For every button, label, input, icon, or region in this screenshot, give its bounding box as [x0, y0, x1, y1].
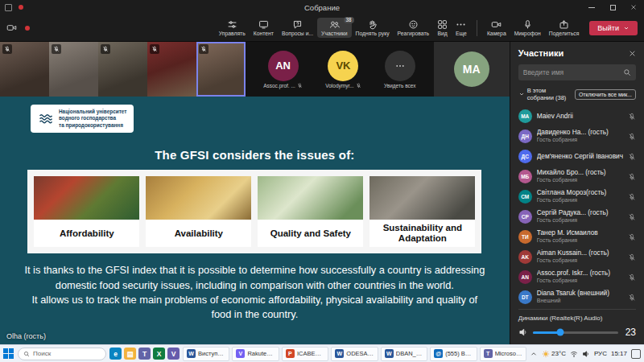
slide-title: The GFSI considers the issues of:	[0, 148, 510, 162]
participant-name: Світлана Мороз(гость)	[537, 189, 623, 197]
pinned-app-icon[interactable]: ▤	[124, 348, 136, 360]
taskbar-window-button[interactable]: WDBAN_че...	[381, 347, 427, 361]
video-tile[interactable]	[98, 42, 147, 97]
volume-value: 23	[623, 327, 636, 338]
taskbar-window-button[interactable]: @(555) Вхо...	[430, 347, 477, 361]
participant-row[interactable]: MA Maiev Andrii	[518, 106, 636, 126]
window-label: (555) Вхо...	[445, 350, 473, 357]
window-label: Microsoft ...	[495, 350, 522, 357]
toolbar-react-button[interactable]: Реагировать	[394, 18, 433, 38]
toolbar-content-button[interactable]: Контент	[250, 18, 278, 38]
maximize-button[interactable]	[602, 0, 623, 14]
vegetables-market-image	[34, 176, 139, 220]
participant-row[interactable]: ДС Дем'яненко Сергій Іванович	[518, 146, 636, 167]
app-icon: P	[286, 349, 295, 358]
participant-row[interactable]: DT Diana Tsaruk (внешний)Внешний	[518, 287, 636, 306]
mic-muted-icon	[2, 44, 12, 54]
slide-card: Affordability	[34, 176, 139, 247]
taskbar-window-button[interactable]: PICABEE 20...	[282, 347, 328, 361]
mic-muted-icon	[628, 253, 636, 261]
pinned-app-icon[interactable]: T	[138, 348, 151, 360]
avatar: DT	[518, 290, 532, 304]
video-tile[interactable]	[0, 42, 49, 97]
panel-title: Участники	[518, 48, 564, 58]
sun-icon	[542, 350, 550, 358]
participant-row[interactable]: СМ Світлана Мороз(гость)Гость собрания	[518, 187, 636, 207]
university-logo-text: Національний університет водного господа…	[59, 109, 126, 129]
panel-close-button[interactable]	[629, 50, 636, 57]
spotlight-avatar-tile[interactable]: MA	[434, 42, 510, 97]
mic-muted-icon	[628, 193, 636, 201]
hand-icon	[367, 19, 378, 30]
taskbar-quick-icons: e ▤ T X V	[109, 348, 180, 360]
toolbar-manage-button[interactable]: Управлять	[215, 18, 250, 38]
see-all-button[interactable]: Увидеть всех	[384, 51, 416, 88]
participant-row[interactable]: AK Aiman Kussain... (гость)Гость собрани…	[518, 247, 636, 267]
close-button[interactable]	[623, 0, 644, 14]
participant-row[interactable]: ДН Давиденко На... (гость)Гость собрания	[518, 126, 636, 146]
participant-search-input[interactable]	[523, 68, 620, 76]
system-tray: 23°C РУС 15:17	[530, 349, 641, 359]
meeting-toolbar: Управлять Контент Вопросы и... 38 Участн…	[0, 14, 644, 42]
video-tile[interactable]	[49, 42, 98, 97]
toolbar-view-button[interactable]: Вид	[433, 18, 452, 38]
participant-row[interactable]: ТИ Танер М. ИсмаиловГость собрания	[518, 227, 636, 247]
slide-card-band: Affordability Availability Quality and S…	[27, 170, 481, 253]
mute-all-button[interactable]: Отключить все мик...	[575, 89, 636, 100]
avatar: СМ	[518, 190, 532, 204]
weather-widget[interactable]: 23°C	[542, 350, 566, 358]
language-indicator[interactable]: РУС	[594, 350, 607, 357]
video-tile-active-speaker[interactable]	[196, 42, 246, 97]
toolbar-participants-button[interactable]: 38 Участники	[317, 18, 351, 38]
volume-tray-icon[interactable]	[582, 350, 590, 358]
taskbar-search-input[interactable]	[33, 350, 101, 357]
participant-avatar-tile[interactable]: AN Assoc.prof. ...	[263, 51, 303, 88]
toolbar-microphone-button[interactable]: Микрофон	[510, 18, 545, 38]
video-tile[interactable]	[147, 42, 196, 97]
participant-name: Сергій Радука... (гость)	[537, 209, 623, 217]
toolbar-camera-button[interactable]: Камера	[483, 18, 510, 38]
participant-row[interactable]: МБ Михайло Бро... (гость)Гость собрания	[518, 167, 636, 187]
windows-taskbar: e ▤ T X V WВиступ_13... VRakuten V... PI…	[0, 344, 644, 362]
app-icon: W	[335, 349, 344, 358]
toolbar-share-label: Поделиться	[549, 31, 580, 36]
speaker-device-label: Динамики (Realtek(R) Audio)	[518, 315, 636, 322]
share-icon	[559, 19, 569, 30]
taskbar-window-button[interactable]: WODESA_1...	[331, 347, 378, 361]
mic-muted-icon	[628, 133, 636, 141]
toolbar-qa-button[interactable]: Вопросы и...	[278, 18, 317, 38]
toolbar-raise-hand-button[interactable]: Поднять руку	[352, 18, 394, 38]
wifi-icon[interactable]	[570, 350, 578, 358]
participant-row[interactable]: СР Сергій Радука... (гость)Гость собрани…	[518, 207, 636, 227]
avatar: VK	[328, 51, 358, 81]
speaker-icon[interactable]	[518, 327, 528, 337]
taskbar-window-button[interactable]: WВиступ_13...	[183, 347, 229, 361]
volume-slider-thumb[interactable]	[556, 329, 564, 336]
app-icon: T	[484, 349, 493, 358]
participant-search[interactable]	[518, 64, 636, 80]
tray-expand-icon[interactable]	[530, 350, 538, 358]
clock[interactable]: 15:17	[611, 350, 627, 357]
screen-icon	[258, 19, 269, 30]
participant-name: Maiev Andrii	[537, 113, 623, 121]
camera-icon	[491, 19, 502, 30]
minimize-button[interactable]	[581, 0, 602, 14]
pinned-app-icon[interactable]: e	[109, 348, 122, 360]
participant-avatar-tile[interactable]: VK Volodymyr...	[325, 51, 361, 88]
toolbar-more-button[interactable]: Еще	[452, 18, 471, 38]
pinned-app-icon[interactable]: X	[153, 348, 165, 360]
notification-center-icon[interactable]	[631, 349, 641, 359]
toolbar-share-button[interactable]: Поделиться	[545, 18, 584, 38]
participant-name: Assoc.prof. ...	[263, 83, 295, 88]
participant-row[interactable]: AN Assoc.prof. Iskr... (гость)Гость собр…	[518, 267, 636, 287]
taskbar-search[interactable]	[18, 348, 106, 360]
participant-name: Aiman Kussain... (гость)	[537, 249, 623, 257]
taskbar-window-button[interactable]: VRakuten V...	[232, 347, 279, 361]
chevron-down-icon[interactable]	[518, 91, 525, 97]
card-label: Availability	[146, 220, 251, 247]
taskbar-window-button[interactable]: TMicrosoft ...	[480, 347, 526, 361]
leave-meeting-button[interactable]: Выйти	[589, 21, 638, 35]
windows-start-button[interactable]	[3, 348, 14, 360]
volume-slider[interactable]	[533, 331, 618, 334]
pinned-app-icon[interactable]: V	[167, 348, 180, 360]
